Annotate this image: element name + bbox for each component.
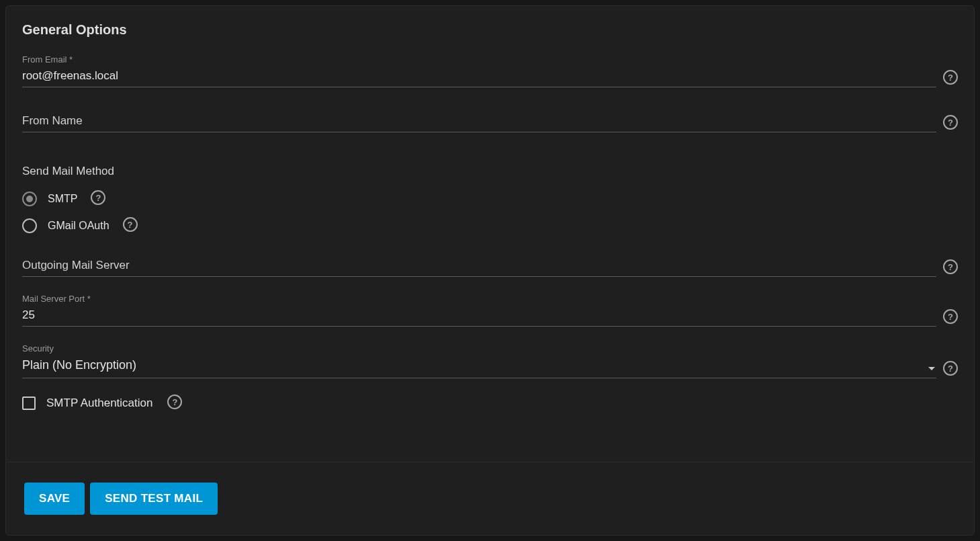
radio-gmail-row: GMail OAuth ?: [22, 217, 958, 235]
from-email-row: From Email * ?: [22, 55, 958, 87]
from-name-row: ?: [22, 113, 958, 132]
security-value: Plain (No Encryption): [22, 357, 936, 378]
from-email-label: From Email *: [22, 55, 936, 64]
mail-port-label: Mail Server Port *: [22, 294, 936, 303]
smtp-auth-row: SMTP Authentication ?: [22, 394, 958, 412]
help-icon[interactable]: ?: [943, 115, 958, 130]
email-settings-panel: General Options From Email * ? ? Send Ma…: [5, 5, 975, 536]
security-row: Security Plain (No Encryption) ?: [22, 344, 958, 378]
from-email-field: From Email *: [22, 55, 936, 87]
help-icon[interactable]: ?: [167, 394, 182, 409]
outgoing-server-field: [22, 257, 936, 277]
radio-gmail-label: GMail OAuth: [48, 220, 109, 232]
outgoing-server-input[interactable]: [22, 257, 936, 277]
smtp-auth-label: SMTP Authentication: [46, 397, 152, 410]
help-icon[interactable]: ?: [91, 190, 105, 205]
help-icon[interactable]: ?: [943, 361, 958, 376]
help-icon[interactable]: ?: [943, 309, 958, 324]
radio-smtp[interactable]: [22, 192, 37, 206]
mail-port-input[interactable]: [22, 307, 936, 327]
save-button[interactable]: SAVE: [24, 483, 85, 515]
radio-smtp-label: SMTP: [48, 193, 77, 205]
send-test-mail-button[interactable]: SEND TEST MAIL: [90, 483, 218, 515]
security-label: Security: [22, 344, 936, 353]
from-name-input[interactable]: [22, 113, 936, 132]
radio-gmail[interactable]: [22, 218, 37, 233]
mail-port-row: Mail Server Port * ?: [22, 294, 958, 327]
help-icon[interactable]: ?: [123, 217, 138, 232]
send-mail-method-label: Send Mail Method: [22, 165, 958, 178]
from-email-input[interactable]: [22, 68, 936, 87]
smtp-auth-checkbox[interactable]: [22, 397, 36, 410]
help-icon[interactable]: ?: [943, 70, 958, 85]
action-footer: SAVE SEND TEST MAIL: [7, 462, 973, 534]
help-icon[interactable]: ?: [943, 259, 958, 274]
section-title: General Options: [22, 22, 958, 38]
radio-smtp-row: SMTP ?: [22, 190, 958, 208]
mail-port-field: Mail Server Port *: [22, 294, 936, 327]
from-name-field: [22, 113, 936, 132]
form-content: General Options From Email * ? ? Send Ma…: [6, 6, 974, 461]
send-mail-method-group: SMTP ? GMail OAuth ?: [22, 190, 958, 235]
chevron-down-icon: [928, 367, 935, 370]
security-select[interactable]: Security Plain (No Encryption): [22, 344, 936, 378]
outgoing-server-row: ?: [22, 257, 958, 277]
